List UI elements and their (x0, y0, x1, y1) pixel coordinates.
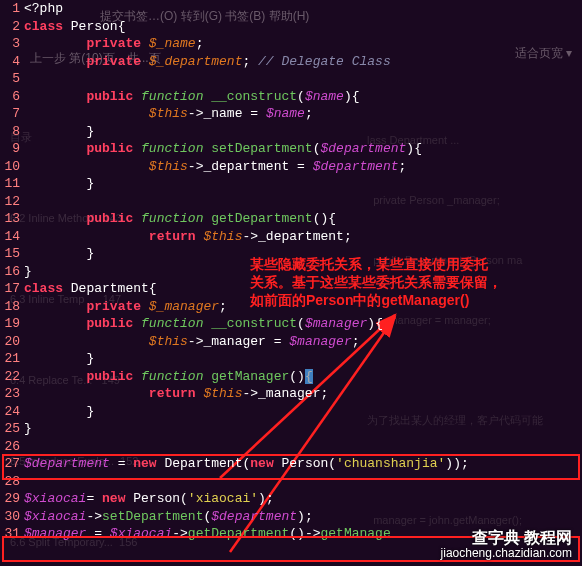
line-number: 26 (0, 438, 24, 456)
code-line[interactable]: 4 private $_department; // Delegate Clas… (0, 53, 582, 71)
line-number: 15 (0, 245, 24, 263)
line-number: 29 (0, 490, 24, 508)
code-line[interactable]: 30$xiaocai->setDepartment($department); (0, 508, 582, 526)
line-number: 9 (0, 140, 24, 158)
code-line[interactable]: 24 } (0, 403, 582, 421)
code-line[interactable]: 15 } (0, 245, 582, 263)
code-line[interactable]: 7 $this->_name = $name; (0, 105, 582, 123)
line-number: 24 (0, 403, 24, 421)
line-number: 17 (0, 280, 24, 298)
code-line[interactable]: 16} (0, 263, 582, 281)
code-line[interactable]: 1<?php (0, 0, 582, 18)
line-number: 16 (0, 263, 24, 281)
line-number: 11 (0, 175, 24, 193)
line-number: 23 (0, 385, 24, 403)
line-number: 5 (0, 70, 24, 88)
code-line[interactable]: 23 return $this->_manager; (0, 385, 582, 403)
code-line[interactable]: 28 (0, 473, 582, 491)
code-line[interactable]: 27$department = new Department(new Perso… (0, 455, 582, 473)
line-number: 28 (0, 473, 24, 491)
line-number: 25 (0, 420, 24, 438)
code-line[interactable]: 29$xiaocai= new Person('xiaocai'); (0, 490, 582, 508)
cursor-bracket: { (305, 369, 313, 384)
code-line[interactable]: 9 public function setDepartment($departm… (0, 140, 582, 158)
line-number: 21 (0, 350, 24, 368)
code-line[interactable]: 13 public function getDepartment(){ (0, 210, 582, 228)
code-line[interactable]: 22 public function getManager(){ (0, 368, 582, 386)
line-number: 30 (0, 508, 24, 526)
line-number: 4 (0, 53, 24, 71)
code-line[interactable]: 26 (0, 438, 582, 456)
code-line[interactable]: 8 } (0, 123, 582, 141)
code-line[interactable]: 11 } (0, 175, 582, 193)
line-number: 8 (0, 123, 24, 141)
line-number: 2 (0, 18, 24, 36)
line-number: 12 (0, 193, 24, 211)
line-number: 20 (0, 333, 24, 351)
line-number: 13 (0, 210, 24, 228)
code-line[interactable]: 17class Department{ (0, 280, 582, 298)
line-number: 22 (0, 368, 24, 386)
code-line[interactable]: 6 public function __construct($name){ (0, 88, 582, 106)
watermark: 查字典 教程网 jiaocheng.chazidian.com (441, 531, 572, 560)
code-line[interactable]: 14 return $this->_department; (0, 228, 582, 246)
line-number: 19 (0, 315, 24, 333)
code-line[interactable]: 3 private $_name; (0, 35, 582, 53)
code-line[interactable]: 10 $this->_department = $department; (0, 158, 582, 176)
code-line[interactable]: 25} (0, 420, 582, 438)
line-number: 10 (0, 158, 24, 176)
line-number: 14 (0, 228, 24, 246)
code-line[interactable]: 18 private $_manager; (0, 298, 582, 316)
code-line[interactable]: 5 (0, 70, 582, 88)
code-line[interactable]: 20 $this->_manager = $manager; (0, 333, 582, 351)
code-line[interactable]: 21 } (0, 350, 582, 368)
code-line[interactable]: 2class Person{ (0, 18, 582, 36)
code-line[interactable]: 19 public function __construct($manager)… (0, 315, 582, 333)
line-number: 6 (0, 88, 24, 106)
line-number: 1 (0, 0, 24, 18)
line-number: 18 (0, 298, 24, 316)
code-editor[interactable]: 1<?php 2class Person{ 3 private $_name; … (0, 0, 582, 543)
line-number: 27 (0, 455, 24, 473)
line-number: 7 (0, 105, 24, 123)
line-number: 31 (0, 525, 24, 543)
line-number: 3 (0, 35, 24, 53)
code-line[interactable]: 12 (0, 193, 582, 211)
